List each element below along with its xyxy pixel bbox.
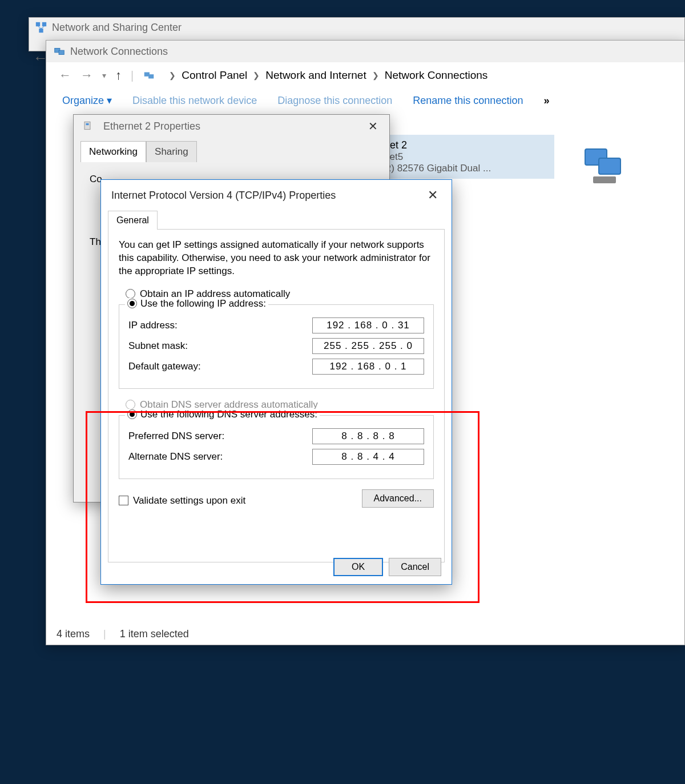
checkbox-icon [119, 496, 128, 505]
cancel-button[interactable]: Cancel [389, 558, 441, 576]
adapter-list: net 2 net5 R) 82576 Gigabit Dual ... [377, 135, 554, 179]
breadcrumb-segment[interactable]: Network Connections [385, 69, 488, 82]
radio-icon [126, 289, 135, 299]
nav-row: ← → ▾ ↑ | ❯ Control Panel ❯ Network and … [46, 62, 684, 89]
window-title: Internet Protocol Version 4 (TCP/IPv4) P… [111, 190, 336, 202]
adapter-device: R) 82576 Gigabit Dual ... [384, 163, 547, 174]
subnet-mask-input[interactable]: 255 . 255 . 255 . 0 [312, 338, 424, 354]
rename-button[interactable]: Rename this connection [413, 95, 523, 107]
breadcrumb-segment[interactable]: Network and Internet [265, 69, 366, 82]
breadcrumb-segment[interactable]: Control Panel [182, 69, 247, 82]
nav-up-icon[interactable]: ↑ [115, 68, 122, 83]
advanced-button[interactable]: Advanced... [362, 489, 434, 508]
close-icon[interactable]: ✕ [424, 188, 441, 203]
svg-rect-6 [59, 50, 64, 54]
adapter-profile: net5 [384, 151, 547, 163]
nav-forward-icon[interactable]: → [80, 68, 93, 83]
breadcrumb-icon [143, 69, 155, 82]
nav-history-icon[interactable]: ▾ [102, 71, 106, 80]
status-bar: 4 items | 1 item selected [46, 624, 684, 645]
network-connections-icon [53, 45, 66, 58]
svg-rect-1 [42, 22, 46, 26]
diagnose-button[interactable]: Diagnose this connection [277, 95, 392, 107]
alternate-dns-label: Alternate DNS server: [128, 451, 223, 463]
svg-rect-13 [86, 123, 89, 125]
breadcrumb[interactable]: ❯ Control Panel ❯ Network and Internet ❯… [169, 69, 487, 82]
svg-line-4 [41, 26, 45, 29]
window-title: Ethernet 2 Properties [103, 120, 200, 132]
dns-group: Use the following DNS server addresses: … [119, 415, 434, 479]
window-titlebar: Internet Protocol Version 4 (TCP/IPv4) P… [101, 180, 452, 211]
subnet-mask-label: Subnet mask: [128, 340, 188, 352]
organize-button[interactable]: Organize ▾ [62, 94, 112, 107]
svg-rect-12 [84, 122, 90, 129]
window-title: Network and Sharing Center [52, 22, 182, 34]
radio-ip-manual[interactable]: Use the following IP address: [125, 298, 268, 309]
default-gateway-label: Default gateway: [128, 361, 201, 372]
window-title: Network Connections [70, 46, 168, 58]
ipv4-properties-window: Internet Protocol Version 4 (TCP/IPv4) P… [100, 179, 452, 585]
status-items: 4 items [57, 628, 90, 640]
ethernet-icon [82, 120, 94, 132]
chevron-right-icon: ❯ [169, 71, 176, 80]
status-selected: 1 item selected [120, 628, 189, 640]
network-sharing-icon [35, 21, 47, 34]
checkbox-label: Validate settings upon exit [133, 495, 245, 506]
svg-rect-8 [148, 74, 154, 78]
svg-rect-10 [599, 158, 620, 174]
dialog-button-row: OK Cancel [333, 558, 441, 576]
tab-bar: General [101, 211, 452, 230]
adapter-item-selected[interactable]: net 2 net5 R) 82576 Gigabit Dual ... [377, 135, 554, 179]
svg-rect-11 [593, 176, 616, 183]
svg-rect-2 [39, 29, 43, 33]
description-text: You can get IP settings assigned automat… [119, 239, 434, 278]
tab-bar: Networking Sharing [74, 141, 389, 162]
radio-label: Use the following DNS server addresses: [140, 409, 317, 420]
window-titlebar: Network Connections [46, 41, 684, 62]
preferred-dns-input[interactable]: 8 . 8 . 8 . 8 [312, 428, 424, 444]
radio-icon [126, 400, 135, 409]
disable-device-button[interactable]: Disable this network device [132, 95, 257, 107]
alternate-dns-input[interactable]: 8 . 8 . 4 . 4 [312, 449, 424, 465]
validate-settings-checkbox[interactable]: Validate settings upon exit [119, 495, 245, 506]
preferred-dns-label: Preferred DNS server: [128, 431, 224, 442]
truncated-text: Th [90, 236, 101, 247]
svg-line-3 [38, 26, 42, 29]
toolbar-overflow[interactable]: » [543, 95, 549, 107]
toolbar: Organize ▾ Disable this network device D… [46, 89, 684, 112]
network-monitors-icon [582, 143, 627, 189]
adapter-name: net 2 [384, 139, 547, 151]
window-titlebar: Network and Sharing Center [29, 18, 684, 37]
tab-sharing[interactable]: Sharing [146, 141, 197, 162]
ip-address-group: Use the following IP address: IP address… [119, 304, 434, 389]
ip-address-label: IP address: [128, 320, 178, 331]
radio-icon [127, 299, 137, 308]
tab-general[interactable]: General [108, 211, 158, 230]
radio-label: Use the following IP address: [140, 298, 266, 309]
close-icon[interactable]: ✕ [365, 119, 381, 133]
nav-back-icon[interactable]: ← [59, 68, 71, 83]
radio-icon [127, 409, 137, 419]
chevron-right-icon: ❯ [253, 71, 260, 80]
general-panel: You can get IP settings assigned automat… [108, 229, 445, 562]
chevron-right-icon: ❯ [372, 71, 379, 80]
svg-rect-0 [36, 22, 40, 26]
back-arrow-icon[interactable]: ← [33, 49, 48, 67]
tab-networking[interactable]: Networking [80, 141, 146, 162]
default-gateway-input[interactable]: 192 . 168 . 0 . 1 [312, 359, 424, 375]
ip-address-input[interactable]: 192 . 168 . 0 . 31 [312, 317, 424, 333]
radio-dns-manual[interactable]: Use the following DNS server addresses: [125, 409, 320, 420]
ok-button[interactable]: OK [333, 558, 383, 576]
window-titlebar: Ethernet 2 Properties ✕ [74, 115, 389, 138]
